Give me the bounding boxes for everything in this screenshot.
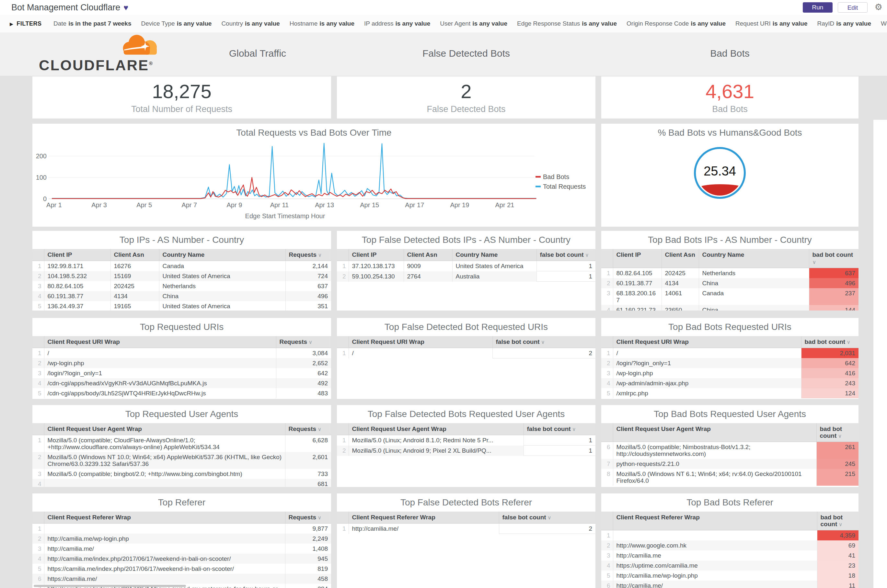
cloudflare-cloud-icon [108,34,170,57]
table-row: 137.120.138.1739009United States of Amer… [337,261,595,272]
header-band: CLOUDFLARE® Global Traffic False Detecte… [0,32,887,76]
filter-field: Origin Response Code [627,20,689,27]
column-header-client-request-uri-wrap[interactable]: Client Request URI Wrap [44,336,276,348]
filter-item[interactable]: User Agentis any value [440,20,507,27]
column-header-false-bot-count[interactable]: false bot count ∨ [537,249,595,261]
filter-item[interactable]: Worker Subrequestis… [881,20,887,27]
row-index: 4 [32,554,44,564]
kpi-label: Bad Bots [601,104,858,114]
gear-icon[interactable]: ⚙ [875,2,882,12]
edit-button[interactable]: Edit [838,2,867,13]
row-index: 6 [601,442,613,459]
x-axis-title: Edge Start Timestamp Hour [245,212,325,219]
column-header-client-asn[interactable]: Client Asn [404,249,452,261]
x-axis-tick-label: Apr 3 [91,201,107,208]
column-header-requests[interactable]: Requests ∨ [285,423,331,435]
row-index: 1 [337,435,349,446]
column-header-client-asn[interactable]: Client Asn [110,249,159,261]
data-table: Client Request Referer Wrapfalse bot cou… [337,512,595,534]
column-header-client-request-referer-wrap[interactable]: Client Request Referer Wrap [613,512,817,530]
column-header-client-request-user-agent-wrap[interactable]: Client Request User Agent Wrap [613,423,816,442]
horizontal-scrollbar[interactable] [34,585,186,587]
data-table: Client Request URI Wrapbad bot count ∨1/… [601,336,858,398]
filter-item[interactable]: Device Typeis any value [141,20,212,27]
column-header-bad-bot-count[interactable]: bad bot count ∨ [809,249,858,268]
table-cell [613,530,817,541]
column-header-false-bot-count[interactable]: false bot count ∨ [523,423,595,435]
column-header-client-ip[interactable]: Client IP [349,249,404,261]
column-header-client-request-user-agent-wrap[interactable]: Client Request User Agent Wrap [349,423,523,435]
row-index-header [601,336,613,348]
column-header-client-request-user-agent-wrap[interactable]: Client Request User Agent Wrap [44,423,285,435]
column-header-client-request-referer-wrap[interactable]: Client Request Referer Wrap [44,512,285,524]
row-index: 4 [32,378,44,388]
column-header-false-bot-count[interactable]: false bot count ∨ [499,512,595,524]
table-cell: 2,249 [285,534,331,544]
table-title: Top Requested User Agents [32,405,331,423]
filter-item[interactable]: Edge Response Statusis any value [517,20,617,27]
table-header-row: Client IPClient AsnCountry Namebad bot c… [601,249,858,268]
row-index: 6 [601,580,613,588]
data-table: Client Request Referer Wrapbad bot count… [601,512,858,588]
filters-toggle[interactable]: ▶FILTERS [10,15,42,33]
filter-item[interactable]: Request URIis any value [735,20,807,27]
table-cell: / [349,348,492,358]
row-index: 1 [32,435,44,452]
table-row: 14,359 [601,530,858,541]
filter-field: Date [53,20,66,27]
filter-item[interactable]: RayIDis any value [817,20,872,27]
filter-field: Device Type [141,20,174,27]
column-header-client-ip[interactable]: Client IP [44,249,110,261]
sort-caret-icon: ∨ [836,433,842,439]
table-cell: 819 [285,564,331,574]
filter-item[interactable]: Hostnameis any value [290,20,355,27]
table-cell: https://uptime.com/camilia.me [613,561,817,570]
filter-value: is any value [773,20,807,27]
run-button[interactable]: Run [803,2,833,13]
table-cell: Mozilla/5.0 (Linux; Android 9; Pixel 2 X… [349,446,523,456]
column-header-bad-bot-count[interactable]: bad bot count ∨ [817,512,858,530]
table-tile-top-referer: Top Referer Client Request Referer WrapR… [32,494,331,588]
column-header-bad-bot-count[interactable]: bad bot count ∨ [816,423,858,442]
filter-item[interactable]: IP addressis any value [364,20,430,27]
table-cell: 2764 [404,272,452,282]
sort-caret-icon: ∨ [317,252,322,258]
legend-item-bad-bots[interactable]: Bad Bots [543,173,569,180]
table-cell: 642 [276,368,331,378]
data-table: Client Request User Agent Wrapbad bot co… [601,423,858,486]
column-header-bad-bot-count[interactable]: bad bot count ∨ [801,336,858,348]
column-header-client-asn[interactable]: Client Asn [661,249,699,268]
timeseries-chart[interactable]: 0100200Apr 1Apr 3Apr 5Apr 7Apr 9Apr 11Ap… [32,139,595,226]
table-cell: Mozilla/5.0 (compatible; Nimbostratus-Bo… [613,442,816,459]
column-header-client-request-uri-wrap[interactable]: Client Request URI Wrap [613,336,801,348]
column-header-false-bot-count[interactable]: false bot count ∨ [492,336,595,348]
column-header-requests[interactable]: Requests ∨ [276,336,331,348]
column-header-country-name[interactable]: Country Name [699,249,809,268]
table-cell: /cdn-cgi/apps/head/xVgyKhR-vV3dAUGhMqfBc… [44,378,276,388]
column-header-requests[interactable]: Requests ∨ [285,512,331,524]
legend-item-total-requests[interactable]: Total Requests [543,183,586,190]
row-index: 4 [601,378,613,388]
row-index: 5 [32,301,44,310]
table-cell: 104.198.5.232 [44,271,110,281]
filter-item[interactable]: Dateis in the past 7 weeks [53,20,131,27]
sort-caret-icon: ∨ [812,260,816,265]
column-header-client-ip[interactable]: Client IP [613,249,661,268]
filter-item[interactable]: Countryis any value [221,20,280,27]
row-index-header [601,512,613,530]
filter-item[interactable]: Origin Response Codeis any value [627,20,726,27]
row-index: 1 [337,348,349,358]
column-header-country-name[interactable]: Country Name [159,249,286,261]
table-cell: 41 [817,550,858,561]
table-cell: 9009 [404,261,452,272]
row-index: 6 [32,574,44,584]
table-header-row: Client Request URI Wrapbad bot count ∨ [601,336,858,348]
column-header-requests[interactable]: Requests ∨ [286,249,331,261]
row-index: 5 [601,388,613,398]
row-index-header [601,423,613,442]
row-index-header [601,249,613,268]
table-cell: /login/?login_only=1 [44,368,276,378]
column-header-client-request-referer-wrap[interactable]: Client Request Referer Wrap [349,512,499,524]
column-header-country-name[interactable]: Country Name [452,249,537,261]
column-header-client-request-uri-wrap[interactable]: Client Request URI Wrap [349,336,492,348]
